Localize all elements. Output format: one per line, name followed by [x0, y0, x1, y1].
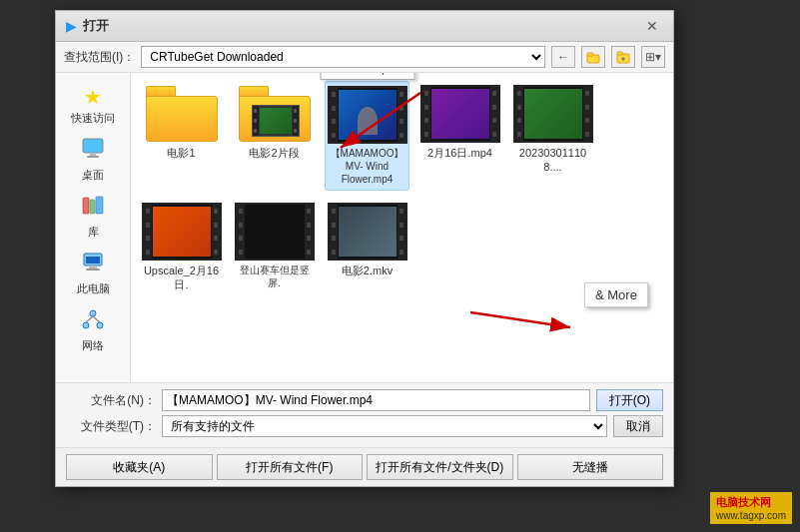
watermark: 电脑技术网 www.tagxp.com — [710, 492, 792, 524]
sidebar-label-network: 网络 — [82, 338, 104, 353]
sidebar-label-quick-access: 快速访问 — [71, 111, 115, 126]
svg-point-18 — [97, 322, 103, 328]
more-popup[interactable]: & More — [584, 282, 648, 307]
file-tooltip: 【MAMAMOO】MV- WindFlower.mp4 — [320, 73, 414, 80]
more-popup-label: & More — [595, 287, 637, 302]
pc-icon — [81, 252, 105, 273]
toolbar-label: 查找范围(I)： — [64, 49, 135, 66]
favorites-button[interactable]: 收藏夹(A) — [66, 454, 213, 480]
file-item-upscale[interactable]: Upscale_2月16日. — [139, 199, 224, 296]
location-select[interactable]: CRTubeGet Downloaded — [141, 46, 545, 68]
file-item-mamamoo[interactable]: 【MAMAMOO】MV- WindFlower.mp4 【MAMAMOO】MV-… — [325, 81, 409, 191]
svg-rect-7 — [90, 153, 96, 156]
file-name-movie1: 电影1 — [167, 146, 195, 160]
file-name-movie2-folder: 电影2片段 — [249, 146, 299, 160]
svg-rect-13 — [89, 266, 97, 268]
file-item-movie1[interactable]: 电影1 — [139, 81, 224, 191]
content-area: ★ 快速访问 桌面 — [56, 73, 673, 382]
file-item-race[interactable]: 登山赛车但是竖屏. — [232, 199, 317, 296]
network-icon — [81, 308, 105, 336]
svg-rect-15 — [86, 257, 100, 264]
folder-up-icon — [586, 50, 600, 64]
titlebar: ▶ 打开 ✕ — [56, 11, 673, 42]
seamless-button[interactable]: 无缝播 — [517, 454, 664, 480]
svg-point-17 — [83, 322, 89, 328]
watermark-line2: www.tagxp.com — [716, 510, 786, 521]
svg-rect-10 — [90, 200, 95, 214]
new-folder-icon — [616, 50, 630, 64]
network-icon — [81, 308, 105, 330]
filename-row: 文件名(N)： 打开(O) — [66, 389, 663, 411]
svg-line-23 — [470, 312, 570, 327]
sidebar-item-this-pc[interactable]: 此电脑 — [59, 248, 127, 300]
view-button[interactable]: ⊞▾ — [641, 46, 665, 68]
toolbar: 查找范围(I)： CRTubeGet Downloaded ← ⊞▾ — [56, 42, 673, 73]
up-button[interactable] — [581, 46, 605, 68]
file-item-record[interactable]: 202303011108.... — [510, 81, 595, 191]
open-all-folders-button[interactable]: 打开所有文件/文件夹(D) — [367, 454, 513, 480]
titlebar-left: ▶ 打开 — [66, 17, 109, 35]
svg-rect-3 — [617, 52, 622, 55]
svg-rect-8 — [87, 156, 99, 158]
file-name-movie2mkv: 电影2.mkv — [342, 264, 393, 277]
file-name-record: 202303011108.... — [514, 146, 591, 175]
file-item-feb16[interactable]: 2月16日.mp4 — [417, 81, 502, 191]
cancel-button[interactable]: 取消 — [613, 415, 663, 437]
svg-rect-11 — [96, 197, 103, 214]
file-item-movie2-folder[interactable]: 电影2片段 — [232, 81, 317, 191]
sidebar-label-this-pc: 此电脑 — [77, 281, 110, 296]
sidebar-item-library[interactable]: 库 — [59, 191, 127, 244]
svg-line-19 — [86, 316, 93, 322]
file-area[interactable]: 电影1 — [131, 73, 673, 382]
desktop-icon — [81, 138, 105, 166]
svg-rect-14 — [86, 268, 100, 270]
watermark-line1: 电脑技术网 — [716, 495, 786, 510]
open-button[interactable]: 打开(O) — [596, 389, 663, 411]
file-name-upscale: Upscale_2月16日. — [143, 264, 220, 292]
open-dialog: ▶ 打开 ✕ 查找范围(I)： CRTubeGet Downloaded ← — [55, 10, 674, 487]
file-name-race: 登山赛车但是竖屏. — [240, 264, 310, 289]
books-icon — [81, 195, 105, 217]
footer: 收藏夹(A) 打开所有文件(F) 打开所有文件/文件夹(D) 无缝播 — [56, 447, 673, 486]
sidebar-label-desktop: 桌面 — [82, 168, 104, 183]
tooltip-text: 【MAMAMOO】MV- WindFlower.mp4 — [331, 73, 404, 75]
open-all-files-button[interactable]: 打开所有文件(F) — [217, 454, 364, 480]
svg-rect-6 — [83, 139, 103, 153]
filename-label: 文件名(N)： — [66, 392, 156, 409]
filetype-row: 文件类型(T)： 所有支持的文件 取消 — [66, 415, 663, 437]
svg-rect-9 — [83, 198, 89, 214]
dialog-icon: ▶ — [66, 18, 77, 34]
new-folder-button[interactable] — [611, 46, 635, 68]
filetype-select[interactable]: 所有支持的文件 — [162, 415, 607, 437]
sidebar-label-library: 库 — [88, 225, 99, 240]
back-button[interactable]: ← — [551, 46, 575, 68]
library-icon — [81, 195, 105, 223]
svg-line-20 — [93, 316, 100, 322]
close-button[interactable]: ✕ — [641, 17, 663, 35]
bottom-section: 文件名(N)： 打开(O) 文件类型(T)： 所有支持的文件 取消 — [56, 382, 673, 447]
sidebar-item-desktop[interactable]: 桌面 — [59, 134, 127, 187]
svg-point-16 — [90, 310, 96, 316]
file-name-mamamoo: 【MAMAMOO】MV- WindFlower.mp4 — [331, 147, 404, 186]
monitor-icon — [81, 138, 105, 160]
dialog-title: 打开 — [83, 17, 109, 35]
sidebar: ★ 快速访问 桌面 — [56, 73, 131, 382]
file-name-feb16: 2月16日.mp4 — [427, 146, 492, 160]
desktop: & More ▶ 打开 ✕ 查找范围(I)： CRTubeGet Downloa… — [0, 0, 800, 532]
filename-input[interactable] — [162, 389, 590, 411]
filetype-label: 文件类型(T)： — [66, 418, 156, 435]
computer-icon — [81, 252, 105, 279]
sidebar-item-network[interactable]: 网络 — [59, 304, 127, 357]
sidebar-item-quick-access[interactable]: ★ 快速访问 — [59, 81, 127, 130]
star-icon: ★ — [84, 85, 102, 109]
svg-rect-1 — [587, 53, 593, 56]
file-item-movie2mkv[interactable]: 电影2.mkv — [325, 199, 409, 296]
